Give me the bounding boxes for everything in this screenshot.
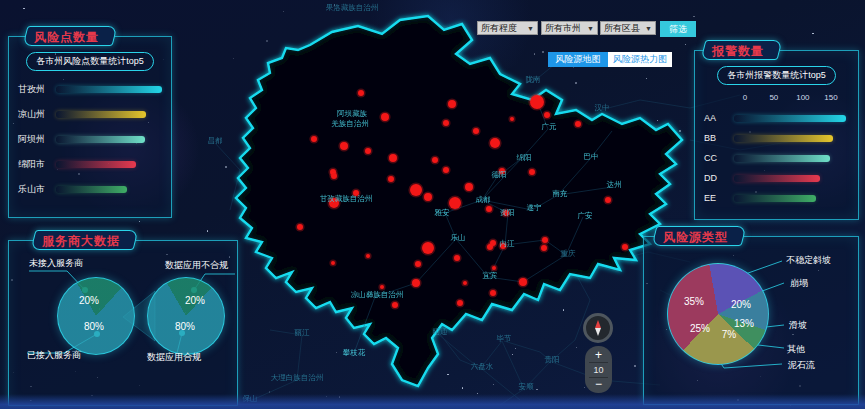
service-access-pie[interactable] — [57, 277, 135, 355]
map-place-label: 绵阳 — [517, 153, 532, 162]
risk-dot-marker[interactable] — [449, 197, 461, 209]
risk-dot-marker[interactable] — [530, 95, 544, 109]
risk-dot-marker[interactable] — [490, 138, 500, 148]
risk-dot-marker[interactable] — [622, 244, 628, 250]
risk-dot-marker[interactable] — [392, 302, 398, 308]
filter-button[interactable]: 筛选 — [660, 21, 696, 37]
risk-dot-marker[interactable] — [544, 112, 550, 118]
axis-tick: 150 — [824, 93, 837, 102]
map-zoom-control: + 10 − — [585, 346, 612, 393]
bar-label: EE — [704, 193, 730, 203]
zoom-in-button[interactable]: + — [585, 349, 612, 361]
pie-slice-label: 数据应用合规 — [147, 351, 201, 364]
pie-slice-percent: 20% — [731, 299, 751, 310]
alarms-subtitle: 各市州报警数量统计top5 — [717, 66, 836, 85]
risk-dot-marker[interactable] — [410, 184, 422, 196]
bar-track — [734, 155, 849, 162]
risk-dot-marker[interactable] — [510, 117, 514, 121]
bar-value — [56, 136, 145, 143]
risk-dot-marker[interactable] — [422, 242, 434, 254]
map-place-label: 毕节 — [497, 334, 513, 343]
pie-slice-label: 泥石流 — [788, 359, 815, 372]
map-place-label: 宜宾 — [483, 271, 499, 280]
bar-label: 绵阳市 — [18, 158, 52, 171]
data-compliance-pie[interactable] — [147, 277, 225, 355]
risk-dot-marker[interactable] — [389, 154, 397, 162]
city-select[interactable]: 所有市州 ▼ — [541, 21, 598, 35]
bar-row: CC — [695, 153, 858, 163]
risk-dot-marker[interactable] — [473, 128, 479, 134]
compass-control[interactable] — [583, 313, 613, 343]
risk-dot-marker[interactable] — [432, 157, 438, 163]
map-place-label: 巴中 — [584, 152, 599, 161]
risk-dot-marker[interactable] — [465, 183, 473, 191]
risk-dot-marker[interactable] — [457, 300, 463, 306]
bar-row: 凉山州 — [9, 108, 171, 121]
bar-label: CC — [704, 153, 730, 163]
bar-row: EE — [695, 193, 858, 203]
map-place-label: 昌都 — [208, 136, 224, 145]
risk-dot-marker[interactable] — [490, 240, 496, 246]
alarms-x-axis: 050100150 — [744, 93, 848, 103]
bar-value — [734, 175, 820, 182]
bar-track — [56, 161, 162, 168]
risk-dot-marker[interactable] — [443, 167, 449, 173]
pie-slice-label: 滑坡 — [789, 319, 807, 332]
risk-dot-marker[interactable] — [454, 255, 460, 261]
axis-tick: 0 — [743, 93, 747, 102]
risk-dot-marker[interactable] — [575, 121, 581, 127]
bar-value — [734, 115, 846, 122]
risk-dot-marker[interactable] — [605, 197, 611, 203]
risk-dot-marker[interactable] — [541, 245, 547, 251]
risk-dot-marker[interactable] — [366, 254, 370, 258]
risk-dot-marker[interactable] — [358, 90, 364, 96]
zoom-out-button[interactable]: − — [585, 378, 612, 390]
risk-dot-marker[interactable] — [486, 206, 492, 212]
map-place-label: 陇南 — [526, 75, 541, 84]
bar-row: 阿坝州 — [9, 133, 171, 146]
degree-select-value: 所有程度 — [481, 22, 517, 35]
map-place-label: 甘孜藏族自治州 — [320, 194, 373, 203]
risk-points-subtitle: 各市州风险点数量统计top5 — [26, 52, 154, 71]
risk-dot-marker[interactable] — [331, 173, 337, 179]
chevron-down-icon: ▼ — [527, 25, 534, 32]
risk-dot-marker[interactable] — [380, 285, 384, 289]
district-select[interactable]: 所有区县 ▼ — [600, 21, 656, 35]
risk-dot-marker[interactable] — [492, 266, 496, 270]
map-place-label: 资阳 — [500, 208, 515, 217]
map-place-label: 果洛藏族自治州 — [326, 3, 379, 12]
risk-dot-marker[interactable] — [448, 100, 456, 108]
risk-points-panel: 风险点数量 各市州风险点数量统计top5 甘孜州凉山州阿坝州绵阳市乐山市 — [8, 36, 172, 218]
risk-dot-marker[interactable] — [311, 136, 317, 142]
risk-dot-marker[interactable] — [519, 278, 527, 286]
map-place-label: 重庆 — [561, 249, 577, 258]
risk-dot-marker[interactable] — [340, 142, 348, 150]
risk-dot-marker[interactable] — [388, 176, 394, 182]
map-place-label: 广元 — [542, 122, 558, 131]
risk-source-heatmap-tab[interactable]: 风险源热力图 — [608, 52, 672, 67]
risk-dot-marker[interactable] — [415, 261, 421, 267]
map-place-label: 六盘水 — [471, 362, 494, 371]
risk-dot-marker[interactable] — [529, 169, 535, 175]
risk-dot-marker[interactable] — [490, 290, 496, 296]
bar-value — [734, 135, 833, 142]
risk-dot-marker[interactable] — [381, 113, 389, 121]
bar-label: BB — [704, 133, 730, 143]
map-place-label: 阿坝藏族 — [337, 109, 368, 118]
risk-dot-marker[interactable] — [424, 193, 432, 201]
degree-select[interactable]: 所有程度 ▼ — [477, 21, 538, 35]
map-place-label: 贵阳 — [545, 355, 560, 364]
alarms-panel-title: 报警数量 — [703, 40, 780, 60]
risk-dot-marker[interactable] — [365, 148, 371, 154]
risk-source-type-pie[interactable] — [667, 263, 769, 365]
risk-dot-marker[interactable] — [542, 237, 548, 243]
risk-dot-marker[interactable] — [297, 224, 303, 230]
district-select-value: 所有区县 — [604, 22, 640, 35]
risk-dot-marker[interactable] — [412, 279, 420, 287]
risk-dot-marker[interactable] — [463, 281, 467, 285]
risk-source-map-tab[interactable]: 风险源地图 — [548, 52, 608, 67]
bar-label: 甘孜州 — [18, 83, 52, 96]
risk-dot-marker[interactable] — [443, 120, 449, 126]
service-provider-panel: 服务商大数据 未接入服务商20%已接入服务商80%数据应用不合规20%数据应用合… — [8, 240, 238, 406]
risk-dot-marker[interactable] — [331, 261, 335, 265]
